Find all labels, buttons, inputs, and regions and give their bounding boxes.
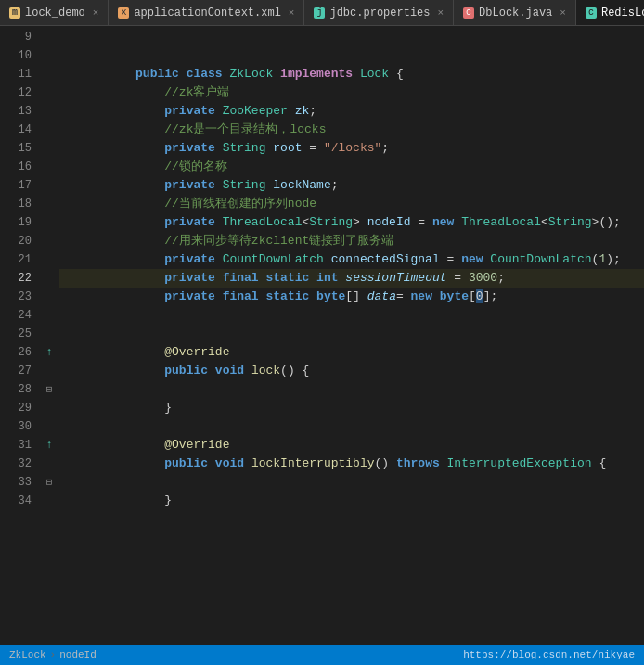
tab-bar: m lock_demo × x applicationContext.xml ×… [0,0,644,26]
tab-label-jdbc-properties: jdbc.properties [329,6,430,19]
line-num-19: 19 [0,213,39,232]
gutter-18 [39,195,59,213]
code-line-33: } [59,473,644,492]
gutter-15 [39,139,59,158]
line-num-22: 22 [0,269,39,288]
tab-label-application-context: applicationContext.xml [134,6,280,19]
gutter-26-arrow[interactable]: ↑ [39,343,59,362]
line-num-15: 15 [0,139,39,158]
code-line-28: } [59,380,644,399]
line-num-34: 34 [0,492,39,510]
breadcrumb-zklock: ZkLock [9,649,46,660]
code-line-25: @Override [59,325,644,343]
gutter-31-arrow[interactable]: ↑ [39,436,59,454]
line-num-25: 25 [0,325,39,343]
code-editor[interactable]: public class ZkLock implements Lock { //… [59,26,644,645]
gutter-25 [39,325,59,343]
tab-close-jdbc-properties[interactable]: × [438,7,444,19]
tab-close-application-context[interactable]: × [289,7,295,19]
gutter-20 [39,232,59,250]
gutter-17 [39,176,59,195]
tab-icon-application-context: x [118,7,129,19]
line-num-21: 21 [0,250,39,269]
line-num-33: 33 [0,473,39,492]
gutter-30 [39,417,59,436]
tab-lock-demo[interactable]: m lock_demo × [0,0,109,26]
line-num-27: 27 [0,362,39,380]
gutter-12 [39,83,59,102]
line-num-23: 23 [0,288,39,306]
gutter-13 [39,102,59,121]
tab-label-lock-demo: lock_demo [25,6,85,19]
gutter-32 [39,454,59,473]
line-num-17: 17 [0,176,39,195]
gutter: ↑ ⊟ ↑ ⊟ [39,26,59,645]
line-numbers: 9 10 11 12 13 14 15 16 17 18 19 20 21 22… [0,26,39,645]
tab-icon-redislock: c [586,7,597,19]
gutter-11 [39,65,59,83]
tab-icon-dblock: c [463,7,474,19]
gutter-23 [39,288,59,306]
gutter-21 [39,250,59,269]
gutter-9 [39,28,59,46]
line-num-31: 31 [0,436,39,454]
breadcrumb-separator: › [50,649,57,660]
line-num-30: 30 [0,417,39,436]
gutter-28-fold[interactable]: ⊟ [39,380,59,399]
line-num-32: 32 [0,454,39,473]
tab-close-lock-demo[interactable]: × [93,7,99,19]
line-num-13: 13 [0,102,39,121]
gutter-22 [39,269,59,288]
tab-redislock[interactable]: c RedisLock.java × [576,0,644,26]
gutter-27 [39,362,59,380]
breadcrumb: ZkLock › nodeId [9,649,97,660]
status-bar: ZkLock › nodeId https://blog.csdn.net/ni… [0,645,644,665]
gutter-10 [39,46,59,65]
code-line-9 [59,28,644,46]
line-num-11: 11 [0,65,39,83]
tab-close-dblock[interactable]: × [560,7,566,19]
gutter-19 [39,213,59,232]
gutter-29 [39,399,59,417]
tab-dblock[interactable]: c DbLock.java × [454,0,576,26]
line-num-16: 16 [0,158,39,176]
line-num-9: 9 [0,28,39,46]
code-line-24 [59,306,644,325]
tab-label-dblock: DbLock.java [479,6,552,19]
tab-label-redislock: RedisLock.java [601,6,644,19]
tab-jdbc-properties[interactable]: j jdbc.properties × [304,0,454,26]
line-num-14: 14 [0,121,39,139]
tab-icon-jdbc-properties: j [314,7,325,19]
tab-application-context[interactable]: x applicationContext.xml × [109,0,304,26]
code-area: 9 10 11 12 13 14 15 16 17 18 19 20 21 22… [0,26,644,645]
cursor-pos: 0 [476,289,483,303]
code-line-30: @Override [59,417,644,436]
line-num-20: 20 [0,232,39,250]
gutter-14 [39,121,59,139]
gutter-16 [39,158,59,176]
line-num-10: 10 [0,46,39,65]
tab-icon-lock-demo: m [9,7,20,19]
gutter-34 [39,492,59,510]
status-url: https://blog.csdn.net/nikyae [463,649,635,660]
breadcrumb-nodeid: nodeId [59,649,97,660]
line-num-24: 24 [0,306,39,325]
line-num-29: 29 [0,399,39,417]
line-num-18: 18 [0,195,39,213]
line-num-12: 12 [0,83,39,102]
code-line-10: public class ZkLock implements Lock { [59,46,644,65]
gutter-33-fold[interactable]: ⊟ [39,473,59,492]
gutter-24 [39,306,59,325]
line-num-26: 26 [0,343,39,362]
line-num-28: 28 [0,380,39,399]
